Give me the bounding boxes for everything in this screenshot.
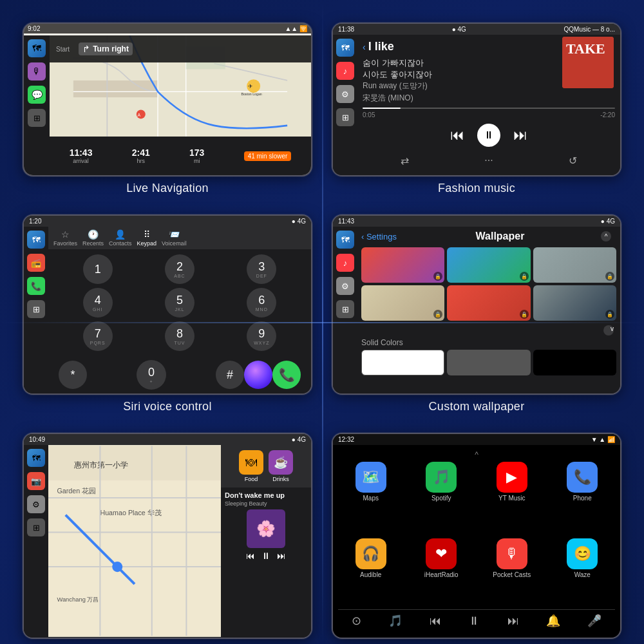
settings-icon-split[interactable]: ⚙ — [27, 495, 45, 513]
notification-icon[interactable]: 🔔 — [546, 614, 560, 628]
music-sidebar: 🗺 ♪ ⚙ ⊞ — [333, 35, 357, 175]
dial-8[interactable]: 8TUV — [165, 321, 194, 351]
wall-thumb-3[interactable]: 🔒 — [533, 247, 616, 283]
settings-icon-music[interactable]: ⚙ — [336, 85, 354, 103]
split-map: 惠州市第一小学 Garden 花园 Huamao Place 华茂 Wanc — [48, 445, 221, 637]
music-label: Fashion music — [438, 182, 515, 195]
split-poi-panel: 🍽 Food ☕ Drinks — [221, 445, 311, 488]
mic-icon[interactable]: 🎤 — [587, 614, 601, 628]
repeat-button[interactable]: ↺ — [569, 155, 577, 167]
voicemail-tab[interactable]: 📨 Voicemail — [162, 229, 187, 247]
podcasts-icon[interactable]: 🎙 — [28, 62, 46, 80]
nav-bottom-bar: 11:43 arrival 2:41 hrs 173 mi 41 min slo… — [50, 137, 311, 175]
grid-icon-split[interactable]: ⊞ — [27, 518, 45, 536]
more-button[interactable]: ··· — [484, 155, 493, 167]
dial-9[interactable]: 9WXYZ — [247, 321, 276, 351]
split-right-panel: 🍽 Food ☕ Drinks Don't wake me up Sleepin… — [221, 445, 311, 637]
grid-icon-music[interactable]: ⊞ — [336, 108, 354, 126]
siri-label: Siri voice control — [123, 400, 211, 413]
maps-icon-split[interactable]: 🗺 — [27, 449, 45, 467]
maps-icon-wall[interactable]: 🗺 — [336, 231, 354, 249]
settings-icon-wall[interactable]: ⚙ — [336, 277, 354, 295]
wall-thumb-4[interactable]: 🔒 — [361, 285, 444, 321]
recents-tab[interactable]: 🕐 Recents — [82, 229, 104, 247]
drinks-poi-button[interactable]: ☕ Drinks — [269, 450, 293, 482]
wallpaper-label: Custom wallpaper — [429, 400, 525, 413]
split-status-bar: 10:49 ● 4G — [24, 434, 311, 445]
keypad-tab[interactable]: ⠿ Keypad — [137, 229, 157, 247]
grid-icon-siri[interactable]: ⊞ — [27, 300, 45, 318]
star-button[interactable]: * — [59, 361, 87, 389]
dial-5[interactable]: 5JKL — [165, 288, 194, 317]
progress-bar[interactable] — [363, 108, 615, 109]
prev-track-icon[interactable]: ⏮ — [430, 614, 441, 628]
progress-fill — [363, 108, 401, 109]
contacts-tab[interactable]: 👤 Contacts — [109, 229, 132, 247]
next-track-icon[interactable]: ⏭ — [507, 614, 519, 628]
ytmusic-app-icon: ▶ — [497, 462, 527, 493]
rewind-button[interactable]: ⏮ — [450, 127, 464, 144]
waze-app[interactable]: 😊 Waze — [550, 538, 616, 609]
iheartradio-app[interactable]: ❤ iHeartRadio — [409, 538, 475, 609]
solid-black[interactable] — [533, 350, 616, 375]
maps-icon[interactable]: 🗺 — [28, 39, 46, 57]
home-icon[interactable]: ⊙ — [352, 614, 361, 628]
music-app-name: QQMusic — 8 o... — [564, 26, 615, 33]
spotify-app[interactable]: 🎵 Spotify — [409, 462, 475, 533]
music-icon-wall[interactable]: ♪ — [336, 254, 354, 272]
grid-icon[interactable]: ⊞ — [28, 109, 46, 127]
scroll-up-button[interactable]: ^ — [601, 231, 611, 242]
instagram-icon-split[interactable]: 📷 — [27, 472, 45, 490]
split-forward-button[interactable]: ⏭ — [277, 551, 286, 561]
dial-3[interactable]: 3DEF — [247, 254, 276, 284]
wall-thumb-2[interactable]: 🔒 — [447, 247, 530, 283]
split-play-button[interactable]: ⏸ — [261, 551, 270, 561]
audible-app[interactable]: 🎧 Audible — [338, 538, 404, 609]
fast-forward-button[interactable]: ⏭ — [513, 127, 527, 144]
siri-orb[interactable] — [244, 361, 272, 389]
maps-icon-music[interactable]: 🗺 — [336, 39, 354, 57]
maps-icon-siri[interactable]: 🗺 — [27, 231, 45, 249]
time-row: 0:05 -2:20 — [363, 111, 615, 118]
favorites-tab[interactable]: ☆ Favorites — [53, 229, 77, 247]
scroll-down-button[interactable]: v — [603, 325, 614, 336]
shuffle-button[interactable]: ⇄ — [401, 155, 409, 167]
phone-icon-siri[interactable]: 📞 — [27, 277, 45, 295]
food-poi-button[interactable]: 🍽 Food — [239, 450, 263, 482]
maps-app[interactable]: 🗺️ Maps — [338, 462, 404, 533]
solid-gray[interactable] — [447, 350, 530, 375]
dial-1[interactable]: 1 — [83, 254, 113, 284]
spotify-bottom-icon[interactable]: 🎵 — [388, 614, 402, 628]
pocketcasts-app[interactable]: 🎙 Pocket Casts — [479, 538, 545, 609]
dial-7[interactable]: 7PQRS — [83, 321, 113, 351]
phone-app[interactable]: 📞 Phone — [550, 462, 616, 533]
play-pause-button[interactable]: ⏸ — [477, 124, 500, 147]
play-pause-icon[interactable]: ⏸ — [468, 614, 480, 628]
music-main-panel: ‹ I like 숨이 가빠지잖아 시아도 좋아지잖아 Run away (도망… — [357, 35, 620, 175]
radio-icon-siri[interactable]: 📻 — [27, 254, 45, 272]
dial-0[interactable]: 0+ — [137, 360, 166, 390]
hash-button[interactable]: # — [216, 361, 244, 389]
solid-white[interactable] — [361, 350, 444, 375]
dial-4[interactable]: 4GHI — [83, 288, 113, 317]
settings-back-link[interactable]: ‹ Settings — [361, 232, 397, 242]
navigation-screen: 9:02 ▲▲ 🛜 🗺 🎙 💬 ⊞ Start ↱ Turn right — [23, 23, 312, 176]
music-icon[interactable]: ♪ — [336, 62, 354, 80]
arrival-stat: 11:43 arrival — [70, 147, 93, 164]
dial-2[interactable]: 2ABC — [165, 254, 194, 284]
wall-body: 🗺 ♪ ⚙ ⊞ ‹ Settings Wallpaper ^ — [333, 227, 620, 393]
wall-thumb-5[interactable]: 🔒 — [447, 285, 530, 321]
wall-thumb-6[interactable]: 🔒 — [533, 285, 616, 321]
dial-6[interactable]: 6MNO — [247, 288, 276, 317]
wall-thumb-1[interactable]: 🔒 — [361, 247, 444, 283]
split-rewind-button[interactable]: ⏮ — [246, 551, 255, 561]
music-back-arrow[interactable]: ‹ — [363, 42, 366, 52]
messages-icon[interactable]: 💬 — [28, 86, 46, 104]
call-button[interactable]: 📞 — [272, 361, 301, 389]
grid-icon-wall[interactable]: ⊞ — [336, 300, 354, 318]
audible-app-icon: 🎧 — [355, 538, 386, 569]
time-current: 0:05 — [363, 111, 375, 118]
scroll-up-indicator[interactable]: ^ — [338, 450, 615, 459]
ytmusic-app[interactable]: ▶ YT Music — [479, 462, 545, 533]
lock-icon-6: 🔒 — [605, 310, 614, 319]
